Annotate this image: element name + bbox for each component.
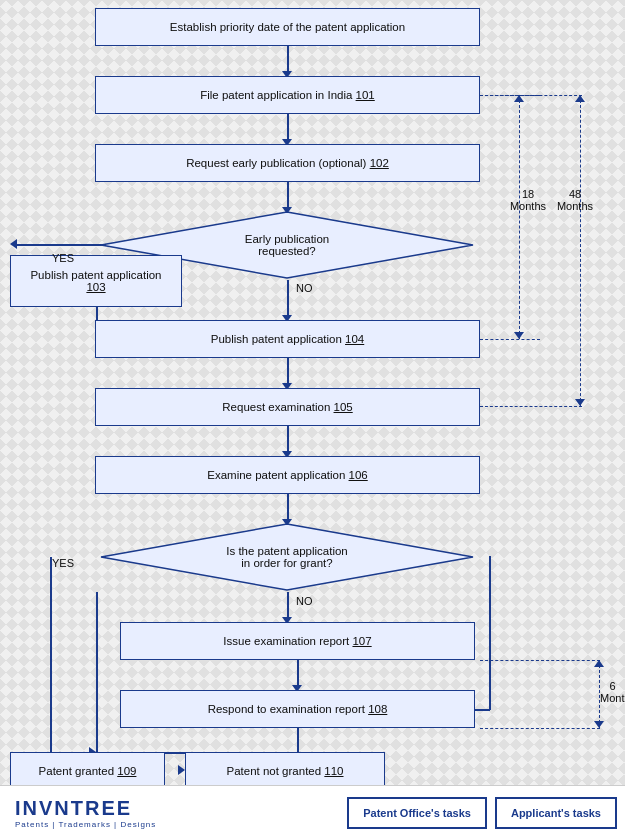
months-48-label: 48Months	[555, 188, 595, 212]
node-2: File patent application in India 101	[95, 76, 480, 114]
months-6-label: 6Months	[600, 680, 625, 704]
no-label-2: NO	[296, 595, 313, 607]
node-10: Issue examination report 107	[120, 622, 475, 660]
diamond-1-label: Early publicationrequested?	[97, 210, 477, 280]
patent-office-tasks-button[interactable]: Patent Office's tasks	[347, 797, 487, 829]
node-3: Request early publication (optional) 102	[95, 144, 480, 182]
flow-container: Establish priority date of the patent ap…	[0, 0, 625, 840]
footer-logo: INVNTREE Patents | Trademarks | Designs	[0, 797, 347, 829]
yes-label-1: YES	[52, 252, 74, 264]
node-7: Request examination 105	[95, 388, 480, 426]
diamond-2-label: Is the patent applicationin order for gr…	[97, 522, 477, 592]
node-1: Establish priority date of the patent ap…	[95, 8, 480, 46]
footer: INVNTREE Patents | Trademarks | Designs …	[0, 785, 625, 840]
node-11: Respond to examination report 108	[120, 690, 475, 728]
yes-label-2: YES	[52, 557, 74, 569]
node-8: Examine patent application 106	[95, 456, 480, 494]
logo-main: INVNTREE	[15, 797, 132, 820]
logo-sub: Patents | Trademarks | Designs	[15, 820, 156, 829]
node-6: Publish patent application 104	[95, 320, 480, 358]
months-18-label: 18Months	[508, 188, 548, 212]
applicant-tasks-button[interactable]: Applicant's tasks	[495, 797, 617, 829]
diagram-area: Establish priority date of the patent ap…	[0, 0, 625, 840]
no-label-1: NO	[296, 282, 313, 294]
